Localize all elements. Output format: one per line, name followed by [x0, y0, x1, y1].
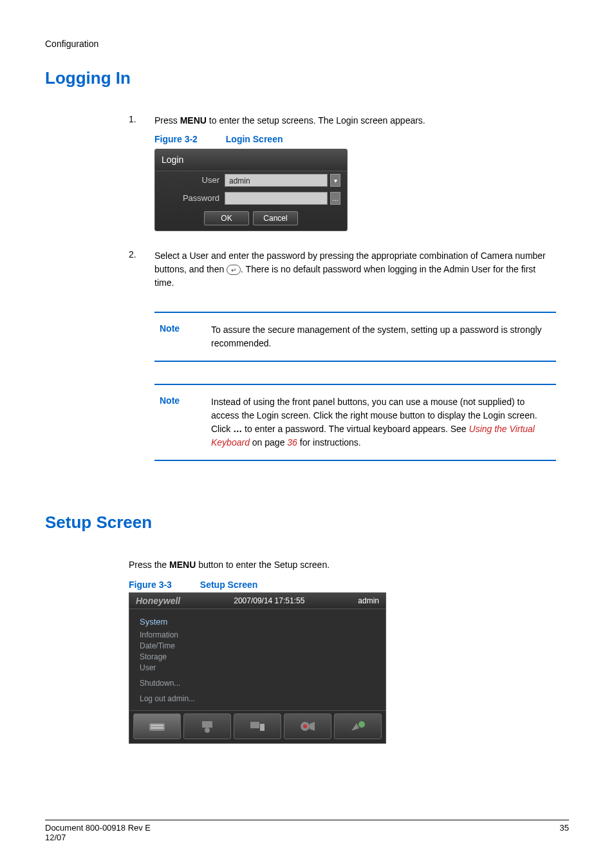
user-dropdown-icon[interactable]: ▾: [330, 174, 340, 187]
menu-item-information[interactable]: Information: [140, 630, 375, 639]
tab-devices[interactable]: [234, 713, 281, 739]
footer-left: Document 800-00918 Rev E 12/07: [45, 823, 151, 842]
svg-rect-2: [151, 727, 163, 729]
menu-item-user[interactable]: User: [140, 663, 375, 672]
running-header: Configuration: [45, 39, 569, 49]
figure-title: Setup Screen: [200, 580, 257, 590]
menu-head-system[interactable]: System: [140, 617, 375, 627]
setup-menu: System Information Date/Time Storage Use…: [129, 609, 386, 710]
step-number: 1.: [129, 114, 154, 240]
network-icon: [198, 719, 216, 733]
note-block-1: Note To assure the secure management of …: [154, 312, 556, 362]
text: Press the: [129, 560, 169, 570]
event-icon: [349, 719, 367, 733]
login-dialog: Login User admin ▾ Password … OK: [154, 149, 348, 231]
step-1: 1. Press MENU to enter the setup screens…: [129, 114, 556, 240]
setup-dialog: Honeywell 2007/09/14 17:51:55 admin Syst…: [129, 592, 386, 744]
password-label: Password: [162, 192, 219, 205]
svg-rect-3: [202, 721, 212, 728]
doc-date: 12/07: [45, 833, 151, 842]
note-label: Note: [160, 323, 192, 350]
ok-button[interactable]: OK: [204, 211, 249, 225]
step-number: 2.: [129, 249, 154, 290]
text: on page: [250, 437, 287, 448]
record-icon: [299, 719, 317, 733]
text: for instructions.: [297, 437, 361, 448]
dots: …: [233, 424, 242, 434]
user-label: User: [162, 174, 219, 187]
text: button to enter the Setup screen.: [196, 560, 330, 570]
note-text: To assure the secure management of the s…: [211, 323, 551, 350]
cancel-button[interactable]: Cancel: [253, 211, 298, 225]
setup-tabs: [129, 710, 386, 743]
enter-icon: ↵: [227, 265, 241, 275]
figure-number: Figure 3-2: [154, 134, 198, 144]
menu-item-shutdown[interactable]: Shutdown...: [140, 679, 375, 688]
current-user: admin: [358, 596, 379, 605]
svg-point-9: [358, 721, 365, 728]
menu-bold: MENU: [180, 115, 207, 126]
svg-rect-5: [250, 722, 259, 728]
note-label: Note: [160, 395, 192, 449]
menu-item-datetime[interactable]: Date/Time: [140, 641, 375, 650]
datetime-label: 2007/09/14 17:51:55: [234, 596, 304, 605]
page-ref[interactable]: 36: [287, 437, 297, 448]
doc-id: Document 800-00918 Rev E: [45, 823, 151, 833]
page-number: 35: [560, 823, 569, 842]
note-text: Instead of using the front panel buttons…: [211, 395, 551, 449]
figure-number: Figure 3-3: [129, 580, 172, 590]
menu-item-storage[interactable]: Storage: [140, 652, 375, 661]
figure-3-2-caption: Figure 3-2 Login Screen: [154, 133, 556, 146]
svg-rect-1: [151, 724, 163, 726]
step-text: Press MENU to enter the setup screens. T…: [154, 114, 556, 240]
password-input[interactable]: [225, 192, 328, 205]
tab-system[interactable]: [133, 713, 181, 739]
honeywell-logo: Honeywell: [136, 596, 180, 606]
text: to enter a password. The virtual keyboar…: [242, 424, 469, 434]
figure-title: Login Screen: [226, 134, 283, 144]
setup-intro: Press the MENU button to enter the Setup…: [129, 558, 556, 572]
user-select[interactable]: admin: [225, 174, 328, 187]
system-icon: [148, 719, 166, 733]
note-block-2: Note Instead of using the front panel bu…: [154, 384, 556, 461]
keyboard-button[interactable]: …: [330, 192, 340, 205]
step-2: 2. Select a User and enter the password …: [129, 249, 556, 290]
tab-record[interactable]: [284, 713, 331, 739]
tab-event[interactable]: [334, 713, 382, 739]
menu-bold: MENU: [169, 560, 196, 570]
step-text: Select a User and enter the password by …: [154, 249, 556, 290]
heading-logging-in: Logging In: [45, 68, 569, 88]
login-dialog-title: Login: [155, 149, 347, 171]
figure-3-3-caption: Figure 3-3 Setup Screen: [129, 580, 556, 590]
devices-icon: [248, 719, 266, 733]
menu-item-logout[interactable]: Log out admin...: [140, 694, 375, 703]
text: to enter the setup screens. The Login sc…: [207, 115, 425, 126]
tab-network[interactable]: [183, 713, 231, 739]
text: Press: [154, 115, 180, 126]
svg-point-4: [205, 728, 210, 733]
svg-point-8: [303, 724, 307, 728]
heading-setup-screen: Setup Screen: [45, 513, 569, 533]
svg-rect-6: [260, 724, 265, 731]
page-footer: Document 800-00918 Rev E 12/07 35: [45, 820, 569, 842]
